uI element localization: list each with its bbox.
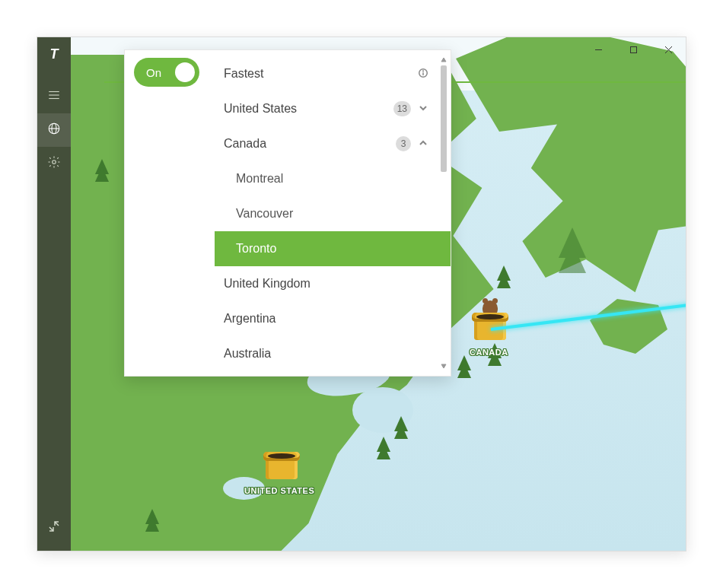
location-label: Canada (224, 137, 266, 151)
gear-icon (47, 155, 61, 172)
tree-icon (145, 509, 159, 524)
location-label: United Kingdom (224, 277, 311, 291)
maximize-button[interactable] (616, 37, 651, 62)
location-label: Fastest (224, 67, 263, 81)
accent-line (104, 81, 124, 83)
scrollbar[interactable] (438, 55, 449, 371)
server-count-badge: 3 (396, 136, 411, 151)
window-controls (581, 37, 686, 62)
location-list: Fastest United States 13 (215, 56, 451, 376)
tree-icon (559, 227, 586, 258)
location-city-montreal[interactable]: Montreal (215, 161, 451, 196)
location-country-united-kingdom[interactable]: United Kingdom (215, 266, 451, 301)
sidebar-collapse[interactable] (37, 513, 71, 543)
collapse-icon (49, 521, 59, 535)
location-label: United States (224, 102, 297, 116)
toggle-label: On (146, 66, 161, 79)
location-country-argentina[interactable]: Argentina (215, 301, 451, 336)
accent-line (451, 81, 686, 83)
scroll-track[interactable] (438, 65, 449, 361)
location-label: Argentina (224, 312, 276, 326)
location-label: Vancouver (236, 207, 293, 221)
svg-rect-1 (630, 46, 636, 52)
main-area: CANADA UNITED STATES On Fas (71, 37, 686, 551)
location-country-australia[interactable]: Australia (215, 336, 451, 371)
tree-icon (95, 159, 109, 174)
tree-icon (394, 416, 408, 431)
sidebar-item-settings[interactable] (37, 147, 71, 180)
toggle-knob (175, 62, 195, 82)
map-label-united-states: UNITED STATES (244, 486, 314, 495)
location-city-toronto[interactable]: Toronto (215, 231, 451, 266)
menu-icon (47, 88, 61, 105)
location-label: Toronto (236, 242, 276, 256)
svg-marker-14 (441, 58, 446, 62)
close-button[interactable] (651, 37, 686, 62)
app-window: T (37, 37, 686, 551)
location-label: Australia (224, 347, 271, 361)
vpn-toggle[interactable]: On (134, 58, 199, 87)
app-logo: T (45, 45, 63, 63)
scroll-thumb[interactable] (441, 65, 447, 172)
svg-point-13 (423, 71, 424, 72)
location-panel: On Fastest United States (124, 49, 451, 377)
location-label: Montreal (236, 172, 283, 186)
globe-icon (47, 122, 61, 138)
location-country-canada[interactable]: Canada 3 (215, 126, 451, 161)
map-label-canada: CANADA (470, 348, 508, 357)
tree-icon (377, 437, 390, 452)
scroll-up-button[interactable] (438, 55, 449, 65)
sidebar-item-menu[interactable] (37, 80, 71, 113)
scroll-down-button[interactable] (438, 361, 449, 371)
minimize-button[interactable] (581, 37, 616, 62)
sidebar-item-locations[interactable] (37, 113, 71, 147)
tree-icon (497, 265, 511, 281)
info-icon[interactable] (419, 67, 428, 81)
tree-icon (457, 355, 471, 370)
server-count-badge: 13 (393, 101, 411, 116)
svg-marker-15 (441, 364, 446, 368)
chevron-down-icon (419, 102, 428, 116)
location-country-united-states[interactable]: United States 13 (215, 91, 451, 126)
location-city-vancouver[interactable]: Vancouver (215, 196, 451, 231)
svg-point-10 (53, 161, 56, 164)
chevron-up-icon (419, 137, 428, 151)
map-tunnel-united-states[interactable] (266, 452, 298, 479)
sidebar: T (37, 37, 71, 551)
location-fastest[interactable]: Fastest (215, 56, 451, 91)
